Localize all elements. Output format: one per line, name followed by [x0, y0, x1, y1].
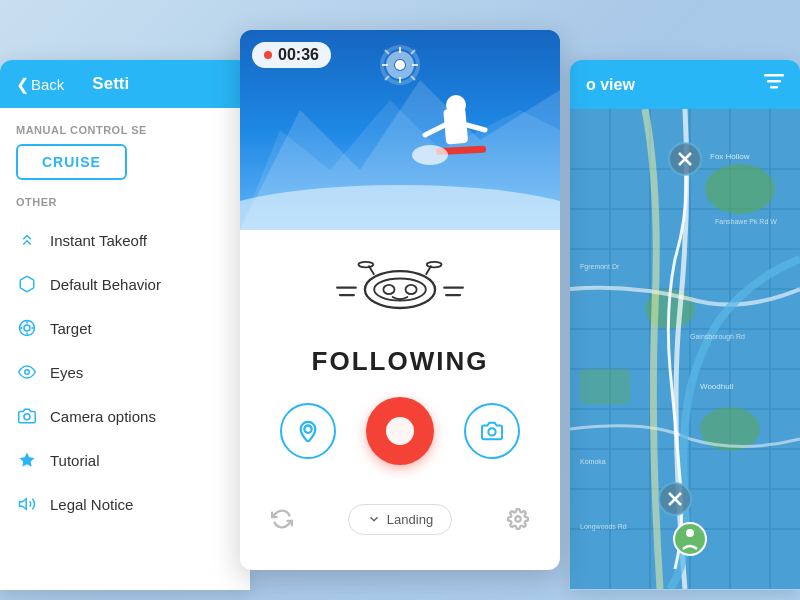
camera-options-label: Camera options	[50, 408, 156, 425]
record-button[interactable]	[366, 397, 434, 465]
cruise-button[interactable]: CRUISE	[16, 144, 127, 180]
svg-point-19	[395, 60, 405, 70]
sun-svg	[380, 45, 420, 85]
svg-text:Fox Hollow: Fox Hollow	[710, 152, 750, 161]
instant-takeoff-icon	[16, 229, 38, 251]
svg-text:Longwoods Rd: Longwoods Rd	[580, 523, 627, 531]
svg-rect-45	[764, 74, 784, 77]
following-mode-label: FOLLOWING	[312, 346, 489, 377]
tutorial-icon	[16, 449, 38, 471]
svg-point-74	[674, 523, 706, 555]
svg-point-14	[446, 95, 466, 115]
timer-value: 00:36	[278, 46, 319, 64]
svg-point-1	[24, 325, 30, 331]
default-behavior-label: Default Behavior	[50, 276, 161, 293]
svg-point-33	[374, 278, 426, 300]
manual-control-label: MANUAL CONTROL SE	[0, 124, 250, 144]
svg-point-32	[365, 271, 435, 308]
landing-label: Landing	[387, 512, 433, 527]
menu-item-eyes[interactable]: Eyes	[0, 350, 250, 394]
back-chevron-icon: ❮	[16, 75, 29, 94]
svg-point-35	[406, 285, 417, 294]
eyes-icon	[16, 361, 38, 383]
drone-mode-icon	[330, 260, 470, 330]
default-behavior-icon	[16, 273, 38, 295]
menu-item-default-behavior[interactable]: Default Behavior	[0, 262, 250, 306]
target-label: Target	[50, 320, 92, 337]
svg-text:Woodhull: Woodhull	[700, 382, 733, 391]
settings-gear-button[interactable]	[500, 501, 536, 537]
reload-button[interactable]	[264, 501, 300, 537]
bottom-bar: Landing	[240, 501, 560, 549]
svg-text:Fgremont Dr: Fgremont Dr	[580, 263, 620, 271]
timer-badge: 00:36	[252, 42, 331, 68]
svg-point-39	[427, 262, 442, 268]
target-icon	[16, 317, 38, 339]
settings-body: MANUAL CONTROL SE CRUISE OTHER Instant T…	[0, 108, 250, 542]
map-title: o view	[586, 76, 635, 94]
svg-point-44	[515, 516, 521, 522]
menu-item-camera-options[interactable]: Camera options	[0, 394, 250, 438]
svg-point-7	[24, 414, 30, 420]
settings-title: Setti	[92, 74, 129, 94]
map-panel: o view	[570, 60, 800, 590]
control-row	[280, 397, 520, 465]
menu-item-target[interactable]: Target	[0, 306, 250, 350]
svg-point-43	[488, 428, 495, 435]
map-filter-icon[interactable]	[764, 74, 784, 95]
menu-item-tutorial[interactable]: Tutorial	[0, 438, 250, 482]
location-button[interactable]	[280, 403, 336, 459]
landing-button[interactable]: Landing	[348, 504, 452, 535]
menu-items-list: Instant Takeoff Default Behavior Target …	[0, 218, 250, 526]
svg-text:Fanshawe Pk Rd W: Fanshawe Pk Rd W	[715, 218, 777, 225]
svg-line-18	[467, 125, 485, 130]
map-header: o view	[570, 60, 800, 109]
center-panel: 00:36	[240, 30, 560, 570]
svg-rect-46	[767, 80, 781, 83]
svg-point-42	[304, 426, 311, 433]
back-button[interactable]: ❮ Back	[16, 75, 64, 94]
svg-text:Gainsborough Rd: Gainsborough Rd	[690, 333, 745, 341]
rec-indicator	[264, 51, 272, 59]
map-view[interactable]: Fox Hollow Fanshawe Pk Rd W Fgremont Dr …	[570, 109, 800, 589]
sun-element	[380, 45, 420, 85]
record-inner	[386, 417, 414, 445]
legal-notice-label: Legal Notice	[50, 496, 133, 513]
svg-text:Komoka: Komoka	[580, 458, 606, 465]
camera-snap-button[interactable]	[464, 403, 520, 459]
svg-marker-8	[20, 453, 35, 467]
eyes-label: Eyes	[50, 364, 83, 381]
map-svg: Fox Hollow Fanshawe Pk Rd W Fgremont Dr …	[570, 109, 800, 589]
svg-point-34	[383, 285, 394, 294]
svg-rect-47	[770, 86, 778, 89]
svg-rect-67	[580, 369, 630, 404]
svg-marker-9	[20, 499, 27, 510]
camera-options-icon	[16, 405, 38, 427]
menu-item-instant-takeoff[interactable]: Instant Takeoff	[0, 218, 250, 262]
svg-point-16	[412, 145, 448, 165]
settings-panel: ❮ Back Setti MANUAL CONTROL SE CRUISE OT…	[0, 60, 250, 590]
svg-point-64	[705, 164, 775, 214]
back-label: Back	[31, 76, 64, 93]
settings-header: ❮ Back Setti	[0, 60, 250, 108]
menu-item-legal-notice[interactable]: Legal Notice	[0, 482, 250, 526]
svg-point-6	[25, 370, 30, 375]
following-body: FOLLOWING	[240, 230, 560, 501]
legal-notice-icon	[16, 493, 38, 515]
other-label: OTHER	[0, 196, 250, 218]
instant-takeoff-label: Instant Takeoff	[50, 232, 147, 249]
tutorial-label: Tutorial	[50, 452, 99, 469]
svg-point-38	[358, 262, 373, 268]
drone-camera-feed: 00:36	[240, 30, 560, 230]
svg-point-75	[686, 529, 694, 537]
drone-following-svg	[330, 260, 470, 320]
